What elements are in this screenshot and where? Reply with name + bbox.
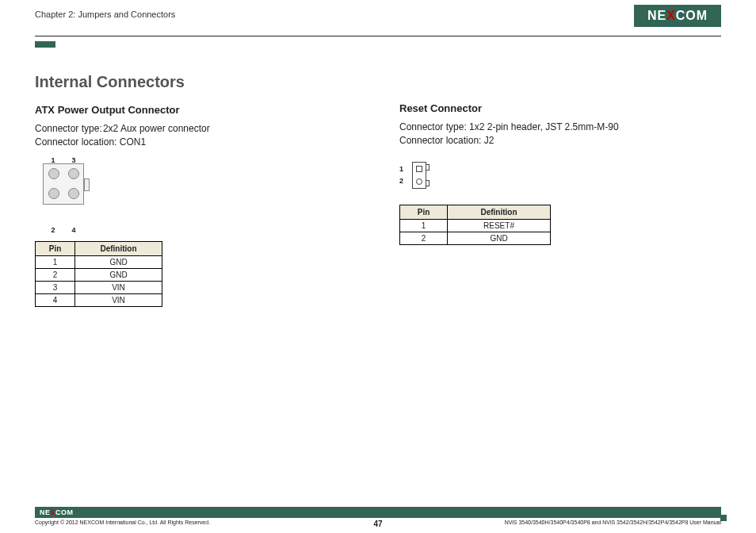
- reset-pin1-label: 1: [399, 163, 403, 175]
- table-row: 2 GND: [400, 232, 551, 244]
- atx-cell-def: VIN: [75, 293, 162, 306]
- brand-logo: NEXCOM: [634, 5, 721, 27]
- reset-loc-line: Connector location: J2: [399, 134, 716, 148]
- reset-cell-pin: 2: [400, 232, 448, 244]
- reset-type-line: Connector type: 1x2 2-pin header, JST 2.…: [399, 121, 716, 134]
- brand-pre: NE: [40, 508, 51, 516]
- atx-loc-line: Connector location: CON1: [35, 136, 352, 149]
- footer-bar: NEXCOM: [35, 507, 721, 518]
- atx-cell-pin: 1: [36, 255, 75, 268]
- section-title: Internal Connectors: [35, 73, 352, 91]
- reset-cell-def: RESET#: [448, 219, 551, 232]
- brand-post: COM: [55, 508, 74, 516]
- reset-cell-def: GND: [448, 232, 551, 244]
- atx-cell-pin: 2: [36, 268, 75, 281]
- reset-loc-label: Connector location:: [399, 135, 484, 146]
- reset-pin-table: Pin Definition 1 RESET# 2 GND: [399, 205, 551, 245]
- brand-post: COM: [676, 9, 708, 23]
- page-footer: NEXCOM Copyright © 2012 NEXCOM Internati…: [35, 507, 721, 525]
- reset-th-def: Definition: [448, 205, 551, 219]
- header-rule: [35, 36, 721, 36]
- atx-th-def: Definition: [75, 241, 162, 255]
- atx-cell-pin: 3: [36, 281, 75, 293]
- brand-x: X: [666, 9, 676, 23]
- reset-pin2-label: 2: [399, 175, 403, 187]
- atx-type-label: Connector type:: [35, 123, 102, 134]
- table-row: 1 GND: [36, 255, 162, 268]
- atx-cell-def: GND: [75, 268, 162, 281]
- atx-diagram: 1 3 2 4: [35, 163, 352, 227]
- reset-loc-value: J2: [484, 135, 494, 146]
- connector-2x2-icon: [43, 163, 84, 205]
- table-row: 4 VIN: [36, 293, 162, 306]
- reset-title: Reset Connector: [399, 102, 716, 114]
- page-header: Chapter 2: Jumpers and Connectors NEXCOM: [0, 0, 756, 36]
- atx-pin4-label: 4: [71, 226, 75, 234]
- table-row: 1 RESET#: [400, 219, 551, 232]
- atx-cell-def: VIN: [75, 281, 162, 293]
- table-row: 2 GND: [36, 268, 162, 281]
- connector-1x2-icon: [412, 162, 426, 189]
- reset-cell-pin: 1: [400, 219, 448, 232]
- chapter-title: Chapter 2: Jumpers and Connectors: [35, 10, 721, 19]
- atx-th-pin: Pin: [36, 241, 75, 255]
- atx-pin2-label: 2: [51, 226, 55, 234]
- manual-reference: NViS 3540/3540H/3540P4/3540P8 and NViS 3…: [505, 520, 721, 525]
- atx-loc-label: Connector location:: [35, 136, 120, 148]
- footer-logo: NEXCOM: [40, 508, 74, 516]
- atx-loc-value: CON1: [120, 136, 146, 148]
- brand-pre: NE: [647, 9, 666, 23]
- atx-pin-table: Pin Definition 1 GND 2 GND 3 VIN 4: [35, 241, 162, 307]
- table-row: 3 VIN: [36, 281, 162, 293]
- reset-type-value: 1x2 2-pin header, JST 2.5mm-M-90: [469, 121, 619, 132]
- page-number: 47: [373, 520, 382, 528]
- copyright-text: Copyright © 2012 NEXCOM International Co…: [35, 520, 210, 525]
- reset-th-pin: Pin: [400, 205, 448, 219]
- atx-type-line: Connector type:2x2 Aux power connector: [35, 122, 352, 136]
- atx-type-value: 2x2 Aux power connector: [103, 123, 210, 134]
- reset-diagram: 1 2: [399, 162, 716, 190]
- atx-cell-def: GND: [75, 255, 162, 268]
- accent-block: [35, 41, 55, 48]
- reset-type-label: Connector type:: [399, 121, 469, 132]
- atx-cell-pin: 4: [36, 293, 75, 306]
- atx-title: ATX Power Output Connector: [35, 104, 352, 116]
